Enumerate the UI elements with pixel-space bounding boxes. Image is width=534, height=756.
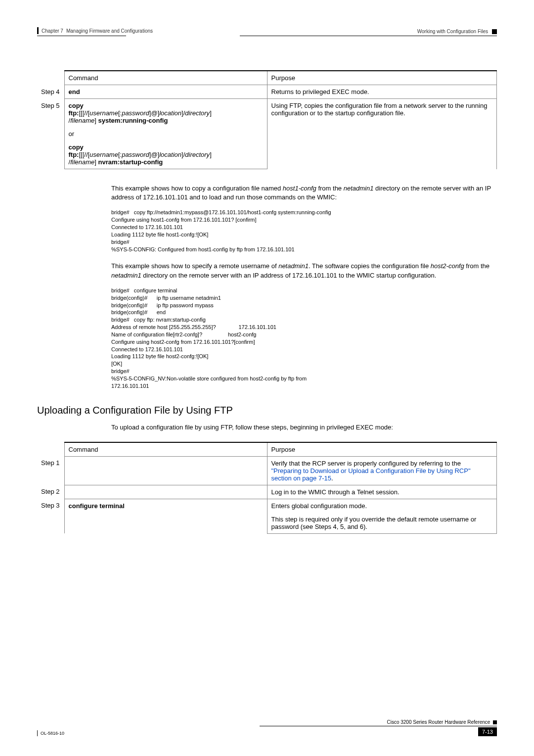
- chapter-title: Managing Firmware and Configurations: [66, 28, 153, 34]
- th-purpose: Purpose: [267, 71, 497, 85]
- cmd-configure-terminal: configure terminal: [69, 502, 125, 510]
- header-right: Working with Configuration Files: [417, 29, 497, 34]
- para-example-1: This example shows how to copy a configu…: [111, 184, 497, 202]
- header-bar-icon: [37, 27, 39, 34]
- th-purpose: Purpose: [267, 442, 497, 457]
- code-block-1: bridge# copy ftp://netadmin1:mypass@172.…: [111, 209, 497, 253]
- purpose-step4: Returns to privileged EXEC mode.: [267, 85, 497, 99]
- th-command: Command: [64, 71, 267, 85]
- cmd-empty: [64, 485, 267, 499]
- step-label: Step 5: [37, 99, 64, 128]
- header-square-icon: [492, 29, 497, 34]
- steps-table-2: Command Purpose Step 1 Verify that the R…: [37, 442, 497, 534]
- step-label: Step 1: [37, 456, 64, 485]
- cmd-copy-2: copy ftp:[[[//[username[:password]@]loca…: [64, 141, 267, 169]
- page-footer: Cisco 3200 Series Router Hardware Refere…: [37, 719, 497, 736]
- para-intro-upload: To upload a configuration file by using …: [111, 423, 497, 432]
- header-rule-left: [37, 36, 126, 36]
- section-heading: Uploading a Configuration File by Using …: [37, 405, 497, 416]
- link-prepare-rcp[interactable]: "Preparing to Download or Upload a Confi…: [271, 467, 471, 482]
- chapter-label: Chapter 7: [42, 28, 63, 34]
- purpose-step5: Using FTP, copies the configuration file…: [267, 99, 497, 169]
- purpose-step3a: Enters global configuration mode.: [267, 499, 497, 513]
- cmd-copy-1: copy ftp:[[[//[username[:password]@]loca…: [64, 99, 267, 128]
- th-command: Command: [64, 442, 267, 457]
- steps-table-1: Command Purpose Step 4 end Returns to pr…: [37, 70, 497, 169]
- footer-doc-id: OL-5816-10: [41, 731, 64, 736]
- purpose-step1: Verify that the RCP server is properly c…: [267, 456, 497, 485]
- purpose-step2: Log in to the WMIC through a Telnet sess…: [267, 485, 497, 499]
- step-label: Step 2: [37, 485, 64, 499]
- cmd-or: or: [64, 127, 267, 141]
- cmd-end: end: [69, 88, 80, 95]
- para-example-2: This example shows how to specify a remo…: [111, 262, 497, 280]
- footer-doc-title: Cisco 3200 Series Router Hardware Refere…: [37, 719, 497, 725]
- page-header: Chapter 7 Managing Firmware and Configur…: [37, 27, 497, 36]
- page-number: 7-13: [478, 727, 497, 736]
- header-rule-right: [240, 36, 497, 36]
- cmd-empty: [64, 456, 267, 485]
- step-label: Step 3: [37, 499, 64, 513]
- step-label: Step 4: [37, 85, 64, 99]
- section-label: Working with Configuration Files: [417, 29, 488, 34]
- purpose-step3b: This step is required only if you overri…: [267, 513, 497, 534]
- header-left: Chapter 7 Managing Firmware and Configur…: [37, 27, 153, 34]
- code-block-2: bridge# configure terminal bridge(config…: [111, 287, 497, 390]
